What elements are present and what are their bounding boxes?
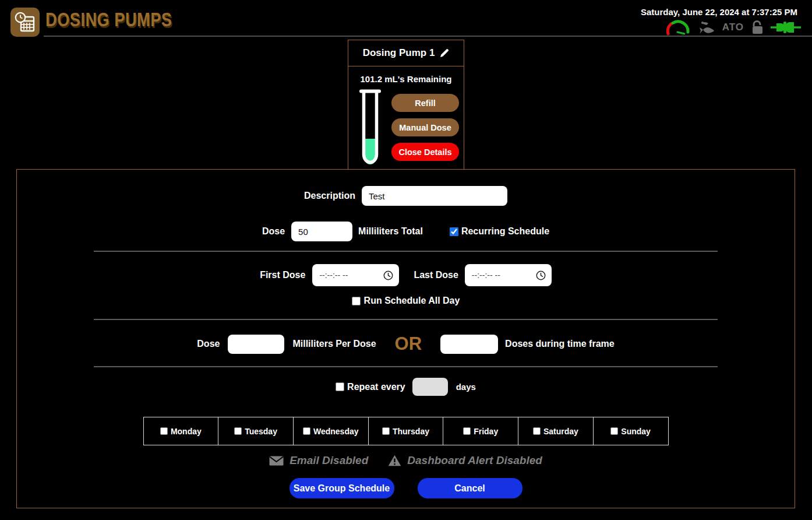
day-label: Monday bbox=[171, 427, 202, 436]
tuesday-checkbox[interactable] bbox=[234, 427, 242, 435]
dashboard-alert-status[interactable]: Dashboard Alert Disabled bbox=[388, 454, 542, 467]
per-dose-label: Dose bbox=[197, 339, 220, 349]
run-all-day-checkbox[interactable] bbox=[352, 297, 361, 305]
recurring-schedule-label: Recurring Schedule bbox=[461, 226, 549, 237]
app-logo[interactable] bbox=[10, 8, 40, 37]
clock-icon[interactable] bbox=[536, 270, 546, 280]
lock-open-icon[interactable] bbox=[751, 20, 764, 35]
day-label: Saturday bbox=[543, 427, 578, 436]
pump-card-header: Dosing Pump 1 bbox=[348, 40, 464, 66]
page-title: DOSING PUMPS bbox=[45, 9, 172, 31]
section-divider bbox=[94, 319, 718, 320]
day-label: Tuesday bbox=[245, 427, 277, 436]
wednesday-checkbox[interactable] bbox=[303, 427, 310, 435]
saturday-checkbox[interactable] bbox=[533, 427, 541, 435]
recurring-schedule-checkbox[interactable] bbox=[450, 227, 458, 236]
clock-calendar-icon bbox=[14, 11, 36, 33]
dose-total-label: Dose bbox=[262, 226, 285, 237]
clock-icon[interactable] bbox=[383, 270, 393, 280]
repeat-days-suffix: days bbox=[456, 382, 476, 392]
last-dose-label: Last Dose bbox=[414, 270, 458, 280]
refill-button[interactable]: Refill bbox=[391, 94, 459, 112]
first-dose-time-input[interactable] bbox=[312, 264, 399, 286]
repeat-every-checkbox[interactable] bbox=[336, 382, 344, 391]
or-separator: OR bbox=[395, 333, 422, 354]
header: DOSING PUMPS Saturday, June 22, 2024 at … bbox=[0, 0, 812, 36]
repeat-days-input bbox=[412, 378, 448, 396]
day-cell-thursday[interactable]: Thursday bbox=[368, 417, 443, 445]
section-divider bbox=[94, 251, 718, 252]
day-cell-tuesday[interactable]: Tuesday bbox=[218, 417, 294, 445]
dose-total-input[interactable] bbox=[291, 222, 352, 241]
last-dose-time-input[interactable] bbox=[465, 264, 552, 286]
milliliters-per-dose-input[interactable] bbox=[228, 335, 284, 354]
first-dose-label: First Dose bbox=[260, 270, 305, 280]
feed-fish-icon[interactable] bbox=[698, 20, 715, 35]
close-details-button[interactable]: Close Details bbox=[391, 143, 459, 161]
reservoir-tube-gauge bbox=[356, 89, 384, 167]
milliliters-per-dose-label: Milliliters Per Dose bbox=[292, 339, 376, 349]
weekday-selector: Monday Tuesday Wednesday Thursday Friday… bbox=[143, 417, 669, 445]
day-label: Sunday bbox=[621, 427, 651, 436]
repeat-every-label: Repeat every bbox=[347, 382, 405, 392]
monday-checkbox[interactable] bbox=[160, 427, 168, 435]
pump-name: Dosing Pump 1 bbox=[363, 47, 435, 59]
manual-dose-button[interactable]: Manual Dose bbox=[391, 118, 459, 136]
day-label: Thursday bbox=[393, 427, 429, 436]
friday-checkbox[interactable] bbox=[463, 427, 471, 435]
description-input[interactable] bbox=[362, 186, 507, 206]
sunday-checkbox[interactable] bbox=[610, 427, 618, 435]
cancel-button[interactable]: Cancel bbox=[418, 478, 522, 498]
doses-count-input[interactable] bbox=[440, 335, 498, 354]
header-divider bbox=[44, 36, 812, 37]
gauge-icon[interactable] bbox=[665, 20, 691, 36]
email-status-text: Email Disabled bbox=[290, 454, 368, 467]
dashboard-status-text: Dashboard Alert Disabled bbox=[407, 454, 542, 467]
edit-pencil-icon[interactable] bbox=[440, 48, 449, 58]
first-dose-time-field[interactable] bbox=[319, 270, 383, 280]
day-cell-saturday[interactable]: Saturday bbox=[518, 417, 594, 445]
day-cell-sunday[interactable]: Sunday bbox=[593, 417, 668, 445]
warning-triangle-icon bbox=[388, 455, 401, 466]
day-label: Friday bbox=[474, 427, 498, 436]
email-alert-status[interactable]: Email Disabled bbox=[269, 454, 368, 467]
status-icon-bar: ATO bbox=[665, 19, 801, 36]
description-label: Description bbox=[304, 191, 355, 201]
save-group-schedule-button[interactable]: Save Group Schedule bbox=[290, 478, 394, 498]
section-divider bbox=[94, 366, 718, 367]
day-cell-monday[interactable]: Monday bbox=[143, 417, 218, 445]
pump-card: Dosing Pump 1 101.2 mL's Remaining Refil… bbox=[348, 40, 464, 169]
envelope-icon bbox=[269, 456, 284, 466]
schedule-form-panel: Description Dose Milliliters Total Recur… bbox=[16, 169, 795, 508]
last-dose-time-field[interactable] bbox=[472, 270, 536, 280]
run-all-day-label: Run Schedule All Day bbox=[364, 296, 460, 306]
thursday-checkbox[interactable] bbox=[382, 427, 390, 435]
ato-status[interactable]: ATO bbox=[722, 22, 744, 33]
milliliters-total-label: Milliliters Total bbox=[358, 226, 423, 237]
day-cell-wednesday[interactable]: Wednesday bbox=[293, 417, 368, 445]
power-plug-icon[interactable] bbox=[771, 20, 801, 34]
day-label: Wednesday bbox=[313, 427, 359, 436]
doses-timeframe-label: Doses during time frame bbox=[505, 339, 615, 349]
datetime-display: Saturday, June 22, 2024 at 7:37:25 PM bbox=[641, 7, 797, 17]
remaining-volume: 101.2 mL's Remaining bbox=[348, 74, 464, 84]
day-cell-friday[interactable]: Friday bbox=[443, 417, 518, 445]
